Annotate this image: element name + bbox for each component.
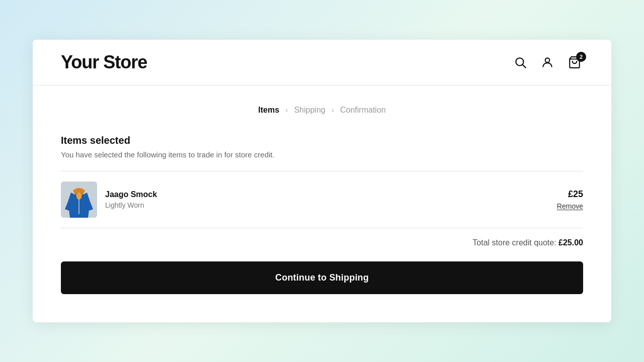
section-title: Items selected (61, 135, 583, 146)
account-button[interactable] (539, 54, 556, 71)
svg-line-1 (523, 65, 526, 68)
item-left: Jaago Smock Lightly Worn (61, 182, 157, 218)
svg-point-2 (545, 58, 550, 62)
item-thumbnail (61, 182, 97, 218)
store-title: Your Store (61, 52, 147, 73)
item-price: £25 (557, 189, 583, 200)
search-icon (514, 56, 527, 69)
step-items: Items (258, 106, 279, 115)
item-row: Jaago Smock Lightly Worn £25 Remove (61, 171, 583, 228)
checkout-steps: Items › Shipping › Confirmation (61, 106, 583, 115)
search-button[interactable] (512, 54, 529, 71)
item-details: Jaago Smock Lightly Worn (105, 190, 157, 209)
continue-to-shipping-button[interactable]: Continue to Shipping (61, 261, 583, 294)
cart-badge: 2 (576, 52, 586, 62)
item-right: £25 Remove (557, 189, 583, 211)
main-content: Items › Shipping › Confirmation Items se… (33, 85, 611, 322)
item-image (61, 182, 97, 218)
account-icon (541, 56, 554, 69)
step-shipping: Shipping (294, 106, 325, 115)
site-header: Your Store (33, 40, 611, 85)
total-row: Total store credit quote: £25.00 (61, 228, 583, 261)
total-label: Total store credit quote: (472, 238, 556, 247)
chevron-icon-2: › (332, 106, 334, 115)
item-condition: Lightly Worn (105, 201, 157, 209)
item-name: Jaago Smock (105, 190, 157, 199)
header-icons: 2 (512, 54, 583, 71)
chevron-icon-1: › (285, 106, 288, 115)
remove-button[interactable]: Remove (557, 202, 583, 210)
cart-button[interactable]: 2 (566, 54, 583, 71)
total-value: £25.00 (558, 238, 583, 247)
section-subtitle: You have selected the following items to… (61, 150, 583, 159)
step-confirmation: Confirmation (340, 106, 386, 115)
